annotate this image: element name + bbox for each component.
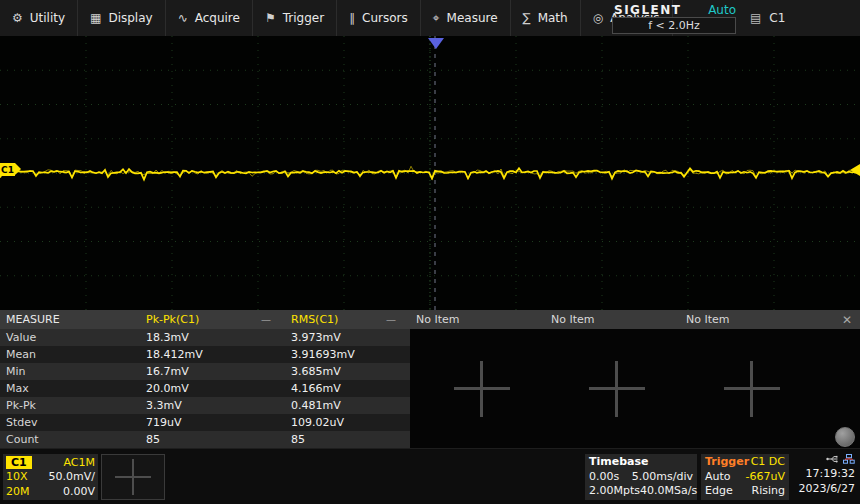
stat-label: Value <box>0 331 140 344</box>
stat-value-rms: 0.481mV <box>285 399 410 412</box>
cursors-icon: ∥ <box>349 11 355 25</box>
menu-item-display[interactable]: ▦ Display <box>78 0 166 36</box>
stat-value-pkpk: 719uV <box>140 416 285 429</box>
stat-value-rms: 4.166mV <box>285 382 410 395</box>
add-measure-slot-2[interactable] <box>549 329 684 448</box>
top-menu-bar: ⚙ Utility ▦ Display ∿ Acquire ⚑ Trigger … <box>0 0 860 36</box>
menu-label-cursors: Cursors <box>362 11 408 25</box>
measure-stats-table: Value 18.3mV 3.973mV Mean 18.412mV 3.916… <box>0 329 410 448</box>
channel-offset-marker[interactable]: C1 <box>0 163 15 176</box>
remove-measure-icon[interactable]: — <box>261 314 271 325</box>
table-row: Stdev 719uV 109.02uV <box>0 414 410 431</box>
empty-measure-slots <box>410 329 860 448</box>
menu-item-cursors[interactable]: ∥ Cursors <box>337 0 421 36</box>
add-channel-plus-icon <box>115 459 151 495</box>
measure-title: MEASURE <box>0 313 140 326</box>
trigger-source-coupling: C1 DC <box>751 455 785 470</box>
status-bar: C1 AC1M 10X 50.0mV/ 20M 0.00V Timebase 0… <box>0 448 860 504</box>
usb-icon <box>826 454 839 464</box>
floating-ball-icon[interactable] <box>835 427 855 447</box>
trigger-position-marker[interactable] <box>428 38 444 49</box>
stat-value-pkpk: 3.3mV <box>140 399 285 412</box>
timebase-scale: 5.00ms/div <box>632 470 693 485</box>
menu-item-math[interactable]: ∑ Math <box>511 0 581 36</box>
add-measure-plus-icon <box>454 361 510 417</box>
acquire-icon: ∿ <box>178 11 188 25</box>
stat-value-rms: 3.973mV <box>285 331 410 344</box>
table-row: Pk-Pk 3.3mV 0.481mV <box>0 397 410 414</box>
trigger-mode: Auto <box>705 470 731 485</box>
menu-label-measure: Measure <box>447 11 498 25</box>
menu-item-measure[interactable]: ⌖ Measure <box>421 0 511 36</box>
stat-value-pkpk: 85 <box>140 433 285 446</box>
stat-label: Min <box>0 365 140 378</box>
math-icon: ∑ <box>523 11 531 25</box>
stat-value-rms: 109.02uV <box>285 416 410 429</box>
channel-offset-value: 0.00V <box>63 485 95 498</box>
measure-column-empty-3[interactable]: No Item <box>680 313 815 326</box>
menu-label-acquire: Acquire <box>195 11 240 25</box>
stat-value-pkpk: 18.412mV <box>140 348 285 361</box>
add-measure-slot-3[interactable] <box>684 329 819 448</box>
trigger-title: Trigger <box>705 455 749 470</box>
brand-logo: SIGLENT <box>614 3 682 17</box>
table-row: Count 85 85 <box>0 431 410 448</box>
stat-label: Max <box>0 382 140 395</box>
channel-badge: C1 <box>769 11 785 25</box>
oscilloscope-screen: ⚙ Utility ▦ Display ∿ Acquire ⚑ Trigger … <box>0 0 860 504</box>
measure-header-row: MEASURE Pk-Pk(C1) — RMS(C1) — No Item No… <box>0 310 860 329</box>
stat-value-rms: 3.685mV <box>285 365 410 378</box>
measure-column-rms-label: RMS(C1) <box>291 313 338 326</box>
trigger-slope: Rising <box>752 484 785 499</box>
trigger-level-marker[interactable] <box>850 164 860 176</box>
timebase-mem-points: 2.00Mpts <box>589 484 640 499</box>
measure-icon: ⌖ <box>433 11 440 25</box>
waveform-display[interactable]: C1 <box>0 36 860 310</box>
stat-label: Count <box>0 433 140 446</box>
menu-label-utility: Utility <box>30 11 65 25</box>
table-row: Min 16.7mV 3.685mV <box>0 363 410 380</box>
trigger-flag-icon: ⚑ <box>265 11 276 25</box>
table-row: Value 18.3mV 3.973mV <box>0 329 410 346</box>
close-measure-panel-button[interactable]: ✕ <box>842 313 860 327</box>
trigger-type: Edge <box>705 484 733 499</box>
menu-item-utility[interactable]: ⚙ Utility <box>0 0 78 36</box>
channel-volts-per-div: 50.0mV/ <box>49 470 95 483</box>
channel-name-badge: C1 <box>6 456 32 469</box>
menu-item-acquire[interactable]: ∿ Acquire <box>166 0 253 36</box>
stat-value-pkpk: 20.0mV <box>140 382 285 395</box>
add-channel-button[interactable] <box>101 454 165 500</box>
trigger-descriptor[interactable]: Trigger C1 DC Auto -667uV Edge Rising <box>701 454 789 500</box>
remove-measure-icon[interactable]: — <box>386 314 396 325</box>
add-measure-slot-1[interactable] <box>414 329 549 448</box>
menu-item-trigger[interactable]: ⚑ Trigger <box>253 0 337 36</box>
graticule-grid <box>0 36 860 310</box>
measure-column-rms[interactable]: RMS(C1) — <box>285 313 410 326</box>
stat-label: Pk-Pk <box>0 399 140 412</box>
measure-column-empty-1[interactable]: No Item <box>410 313 545 326</box>
channel-coupling: AC1M <box>63 456 95 469</box>
timebase-delay: 0.00s <box>589 470 619 485</box>
channel-list-icon: ▤ <box>750 11 761 25</box>
timebase-descriptor[interactable]: Timebase 0.00s 5.00ms/div 2.00Mpts 40.0M… <box>585 454 697 500</box>
analysis-icon: ◎ <box>593 11 603 25</box>
brand-block: SIGLENT Auto f < 2.0Hz <box>612 0 736 36</box>
channel-1-descriptor[interactable]: C1 AC1M 10X 50.0mV/ 20M 0.00V <box>3 454 98 500</box>
measure-column-pkpk-label: Pk-Pk(C1) <box>146 313 199 326</box>
measure-column-pkpk[interactable]: Pk-Pk(C1) — <box>140 313 285 326</box>
add-measure-plus-icon <box>724 361 780 417</box>
stat-value-rms: 85 <box>285 433 410 446</box>
utility-icon: ⚙ <box>12 11 23 25</box>
channel-quick-access[interactable]: ▤ C1 <box>750 0 785 36</box>
lan-icon <box>843 454 855 464</box>
status-icons <box>793 452 855 466</box>
acquisition-status: Auto <box>708 3 736 17</box>
timebase-sample-rate: 40.0MSa/s <box>640 484 697 499</box>
timebase-title: Timebase <box>589 455 693 470</box>
clock-time: 17:19:32 <box>793 466 855 481</box>
measure-column-empty-2[interactable]: No Item <box>545 313 680 326</box>
menu-label-math: Math <box>538 11 568 25</box>
stat-value-pkpk: 16.7mV <box>140 365 285 378</box>
measure-panel: MEASURE Pk-Pk(C1) — RMS(C1) — No Item No… <box>0 310 860 448</box>
measure-body: Value 18.3mV 3.973mV Mean 18.412mV 3.916… <box>0 329 860 448</box>
